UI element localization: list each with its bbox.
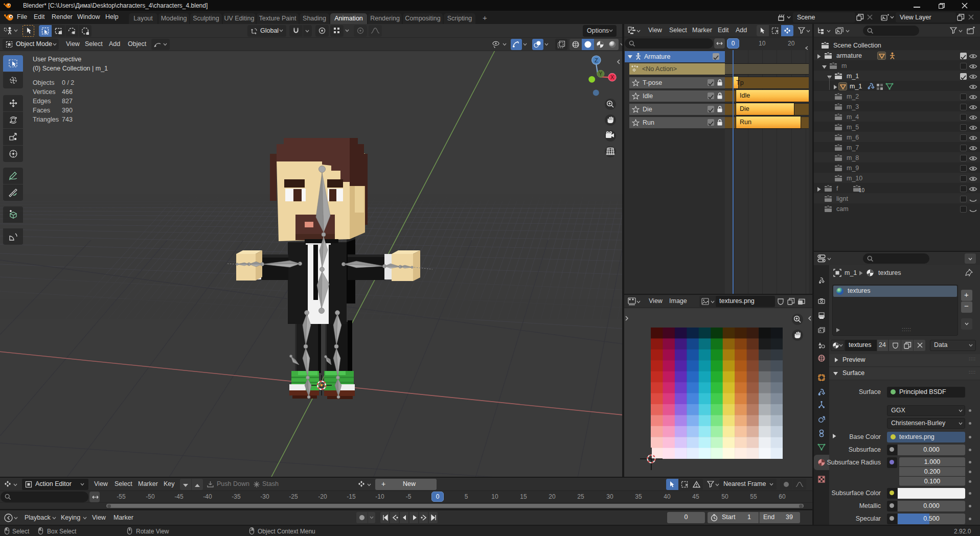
svg-text:Y: Y	[599, 71, 603, 77]
svg-text:X: X	[610, 74, 614, 80]
svg-text:Z: Z	[595, 57, 598, 63]
